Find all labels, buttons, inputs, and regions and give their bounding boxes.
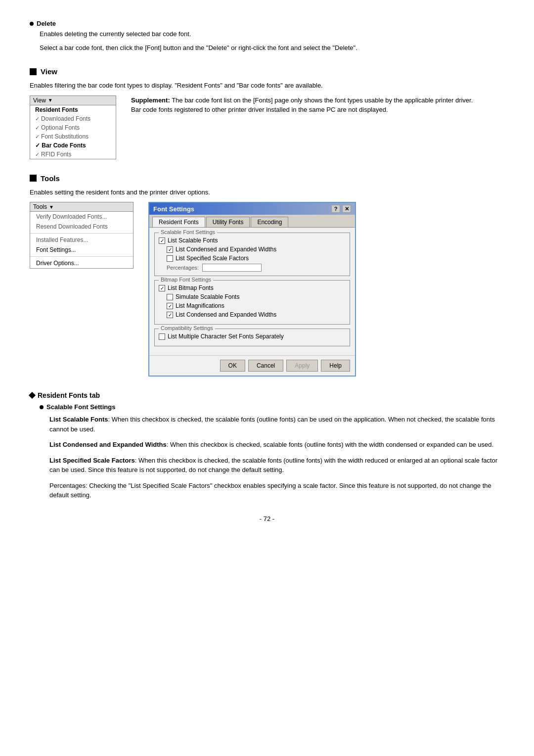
view-menu-downloaded-fonts[interactable]: Downloaded Fonts [30,114,116,123]
percentages-input[interactable] [202,264,262,272]
percentages-note: Percentages: Checking the "List Specifie… [49,481,504,500]
view-menu-bar-code-fonts[interactable]: ✓ Bar Code Fonts [30,141,116,150]
checkbox-bitmap-condensed-label: List Condensed and Expanded Widths [176,311,276,318]
resident-fonts-tab-header: Resident Fonts tab [30,391,504,399]
list-condensed-desc: List Condensed and Expanded Widths: When… [49,440,504,450]
help-button[interactable]: Help [321,360,350,372]
dialog-body: Scalable Font Settings List Scalable Fon… [149,228,355,355]
dialog-help-btn[interactable]: ? [331,205,340,213]
dialog-footer: OK Cancel Apply Help [149,355,355,376]
supplement-block: Supplement: The bar code font list on th… [131,95,504,119]
checkbox-list-bitmap-box[interactable] [159,285,165,291]
tools-menu-driver-options[interactable]: Driver Options... [30,258,133,268]
dialog-titlebar-buttons: ? ✕ [331,205,351,213]
cancel-button[interactable]: Cancel [248,360,283,372]
tools-content: Tools ▼ Verify Downloaded Fonts... Resen… [30,202,504,377]
checkbox-condensed-expanded[interactable]: List Condensed and Expanded Widths [167,246,346,253]
square-bullet-icon [30,68,37,75]
view-header: View [41,67,57,76]
view-menu-rfid-fonts[interactable]: RFID Fonts [30,150,116,159]
view-dropdown-label: View [33,97,46,104]
view-menu-optional-fonts[interactable]: Optional Fonts [30,123,116,132]
checkbox-condensed-expanded-label: List Condensed and Expanded Widths [176,246,276,253]
scalable-group-label: Scalable Font Settings [159,229,217,235]
bullet-icon [30,22,34,26]
tools-menu-installed: Installed Features... [30,235,133,245]
tools-section: Tools Enables setting the resident fonts… [30,174,504,377]
dialog-tabs: Resident Fonts Utility Fonts Encoding [149,215,355,228]
list-scale-factors-label: List Specified Scale Factors [49,457,135,464]
checkbox-multiple-char-set[interactable]: List Multiple Character Set Fonts Separa… [159,333,346,340]
checkbox-simulate-scalable-box[interactable] [167,294,173,300]
dialog-title: Font Settings [153,205,194,213]
view-menu-resident-fonts[interactable]: Resident Fonts [30,105,116,114]
scalable-left-col: List Scalable Fonts: When this checkbox … [40,415,504,481]
checkbox-simulate-scalable[interactable]: Simulate Scalable Fonts [167,293,346,300]
list-scalable-label: List Scalable Fonts [49,416,108,423]
checkbox-list-bitmap-label: List Bitmap Fonts [168,284,214,291]
checkbox-list-bitmap[interactable]: List Bitmap Fonts [159,284,346,291]
checkbox-scale-factors-box[interactable] [167,255,173,262]
percentages-label: Percentages: [167,265,199,271]
bitmap-font-settings-group: Bitmap Font Settings List Bitmap Fonts S… [154,280,350,325]
delete-section: Delete Enables deleting the currently se… [30,20,504,52]
scalable-content-row: List Scalable Fonts: When this checkbox … [40,415,504,481]
checkbox-multiple-char-set-label: List Multiple Character Set Fonts Separa… [168,333,284,340]
dropdown-arrow-icon: ▼ [48,97,53,103]
view-content: View ▼ Resident Fonts Downloaded Fonts O… [30,95,504,159]
checkbox-list-magnifications[interactable]: List Magnifications [167,302,346,309]
tools-menu-font-settings[interactable]: Font Settings... [30,245,133,255]
scalable-font-settings-label: Scalable Font Settings [46,403,115,411]
tools-separator-1 [30,233,133,234]
supplement-line1: The bar code font list on the [Fonts] pa… [131,96,473,114]
delete-line1: Enables deleting the currently selected … [40,29,504,39]
checkbox-scale-factors[interactable]: List Specified Scale Factors [167,255,346,262]
font-settings-dialog: Font Settings ? ✕ Resident Fonts Utility… [148,202,356,377]
apply-button[interactable]: Apply [286,360,318,372]
diamond-bullet-icon [29,392,36,399]
bitmap-group-label: Bitmap Font Settings [159,277,213,283]
scalable-font-settings-sub: Scalable Font Settings List Scalable Fon… [40,403,504,500]
tab-encoding[interactable]: Encoding [251,217,288,227]
view-dropdown-header[interactable]: View ▼ [30,96,116,105]
checkbox-bitmap-condensed[interactable]: List Condensed and Expanded Widths [167,311,346,318]
tools-menu-verify: Verify Downloaded Fonts... [30,212,133,222]
delete-line2: Select a bar code font, then click the [… [40,43,504,53]
dialog-close-btn[interactable]: ✕ [342,205,351,213]
tab-utility-fonts[interactable]: Utility Fonts [206,217,250,227]
checkbox-condensed-expanded-box[interactable] [167,246,173,253]
checkbox-scale-factors-label: List Specified Scale Factors [176,255,249,262]
supplement-label: Supplement: [131,96,170,104]
ok-button[interactable]: OK [220,360,245,372]
checkbox-list-scalable-box[interactable] [159,237,165,244]
view-section: View Enables filtering the bar code font… [30,67,504,159]
percentages-note-text: Percentages: Checking the "List Specifie… [49,481,504,500]
tab-resident-fonts[interactable]: Resident Fonts [152,217,205,227]
tools-right: Font Settings ? ✕ Resident Fonts Utility… [148,202,356,377]
checkbox-list-magnifications-box[interactable] [167,303,173,309]
tools-dropdown-arrow-icon: ▼ [49,204,54,210]
view-menu-font-substitutions[interactable]: Font Substitutions [30,132,116,141]
tools-dropdown-box: Tools ▼ Verify Downloaded Fonts... Resen… [30,202,134,269]
checkbox-list-scalable-label: List Scalable Fonts [168,237,218,244]
view-dropdown-box: View ▼ Resident Fonts Downloaded Fonts O… [30,95,116,159]
list-scalable-desc: List Scalable Fonts: When this checkbox … [49,415,504,434]
tools-menu-resend: Resend Downloaded Fonts [30,222,133,232]
checkbox-simulate-scalable-label: Simulate Scalable Fonts [176,293,239,300]
supplement-text: Supplement: The bar code font list on th… [131,95,504,115]
dialog-titlebar: Font Settings ? ✕ [149,203,355,215]
checkbox-bitmap-condensed-box[interactable] [167,312,173,318]
resident-fonts-description: Resident Fonts tab Scalable Font Setting… [30,391,504,500]
list-condensed-label: List Condensed and Expanded Widths [49,441,167,448]
checkbox-multiple-char-set-box[interactable] [159,333,165,340]
bullet-scalable-icon [40,405,44,409]
list-scale-factors-desc: List Specified Scale Factors: When this … [49,456,504,475]
compatibility-group-label: Compatibility Settings [159,325,215,331]
compatibility-settings-group: Compatibility Settings List Multiple Cha… [154,329,350,346]
delete-label: Delete [37,20,56,27]
tools-dropdown-header[interactable]: Tools ▼ [30,202,133,212]
page-number: - 72 - [30,515,504,522]
checkbox-list-scalable[interactable]: List Scalable Fonts [159,237,346,244]
checkbox-list-magnifications-label: List Magnifications [176,302,224,309]
tools-dropdown-label: Tools [33,203,47,210]
